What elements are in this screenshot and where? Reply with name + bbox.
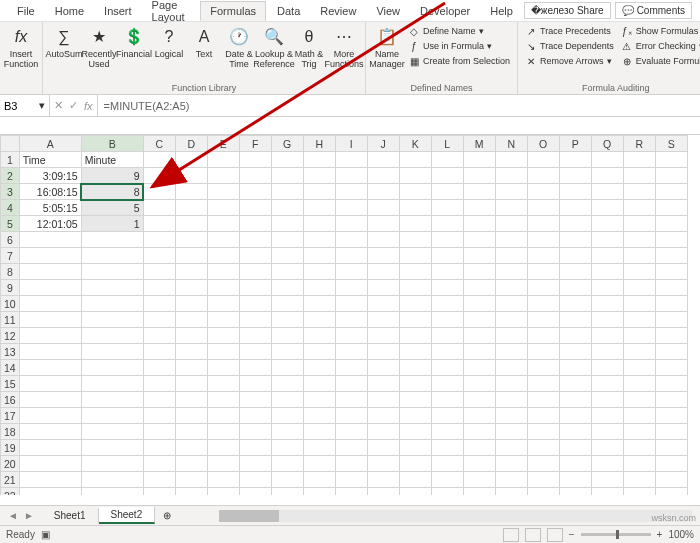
cell-H20[interactable] (303, 456, 335, 472)
cell-M14[interactable] (463, 360, 495, 376)
cell-A3[interactable]: 16:08:15 (19, 184, 81, 200)
cell-R9[interactable] (623, 280, 655, 296)
cell-A1[interactable]: Time (19, 152, 81, 168)
cell-R22[interactable] (623, 488, 655, 496)
cell-A9[interactable] (19, 280, 81, 296)
cell-S22[interactable] (655, 488, 687, 496)
cell-I8[interactable] (335, 264, 367, 280)
cell-H16[interactable] (303, 392, 335, 408)
cell-K13[interactable] (399, 344, 431, 360)
cell-Q7[interactable] (591, 248, 623, 264)
cell-K4[interactable] (399, 200, 431, 216)
cell-S8[interactable] (655, 264, 687, 280)
cell-E4[interactable] (207, 200, 239, 216)
cell-K20[interactable] (399, 456, 431, 472)
cell-O10[interactable] (527, 296, 559, 312)
cell-J22[interactable] (367, 488, 399, 496)
cell-H7[interactable] (303, 248, 335, 264)
cell-F20[interactable] (239, 456, 271, 472)
cell-H11[interactable] (303, 312, 335, 328)
cell-S9[interactable] (655, 280, 687, 296)
row-header-18[interactable]: 18 (1, 424, 20, 440)
cell-G9[interactable] (271, 280, 303, 296)
cell-G18[interactable] (271, 424, 303, 440)
cell-D21[interactable] (175, 472, 207, 488)
cell-I13[interactable] (335, 344, 367, 360)
cell-K11[interactable] (399, 312, 431, 328)
cell-D18[interactable] (175, 424, 207, 440)
insert-function-button[interactable]: fxInsert Function (4, 24, 38, 72)
cell-J2[interactable] (367, 168, 399, 184)
cell-E11[interactable] (207, 312, 239, 328)
cell-S1[interactable] (655, 152, 687, 168)
cell-L18[interactable] (431, 424, 463, 440)
cell-A10[interactable] (19, 296, 81, 312)
cell-G10[interactable] (271, 296, 303, 312)
column-header-C[interactable]: C (143, 136, 175, 152)
show-formulas-button[interactable]: ƒₓShow Formulas (618, 24, 700, 38)
cell-J12[interactable] (367, 328, 399, 344)
cell-P5[interactable] (559, 216, 591, 232)
share-button[interactable]: �железоShare (524, 2, 611, 19)
cell-J4[interactable] (367, 200, 399, 216)
cell-H17[interactable] (303, 408, 335, 424)
cell-D13[interactable] (175, 344, 207, 360)
cell-O20[interactable] (527, 456, 559, 472)
cell-P2[interactable] (559, 168, 591, 184)
row-header-17[interactable]: 17 (1, 408, 20, 424)
cell-M3[interactable] (463, 184, 495, 200)
cell-A8[interactable] (19, 264, 81, 280)
cell-L1[interactable] (431, 152, 463, 168)
cell-I1[interactable] (335, 152, 367, 168)
cell-M18[interactable] (463, 424, 495, 440)
cell-E15[interactable] (207, 376, 239, 392)
cell-C21[interactable] (143, 472, 175, 488)
cell-R10[interactable] (623, 296, 655, 312)
row-header-1[interactable]: 1 (1, 152, 20, 168)
cell-N8[interactable] (495, 264, 527, 280)
cell-N9[interactable] (495, 280, 527, 296)
cell-S4[interactable] (655, 200, 687, 216)
cell-C19[interactable] (143, 440, 175, 456)
sheet-tab-sheet2[interactable]: Sheet2 (99, 507, 156, 524)
cell-Q19[interactable] (591, 440, 623, 456)
column-header-E[interactable]: E (207, 136, 239, 152)
cell-I5[interactable] (335, 216, 367, 232)
cell-B14[interactable] (81, 360, 143, 376)
tab-review[interactable]: Review (311, 2, 365, 20)
cell-F14[interactable] (239, 360, 271, 376)
row-header-10[interactable]: 10 (1, 296, 20, 312)
cell-P20[interactable] (559, 456, 591, 472)
cell-C14[interactable] (143, 360, 175, 376)
cell-M9[interactable] (463, 280, 495, 296)
cell-G16[interactable] (271, 392, 303, 408)
cell-P11[interactable] (559, 312, 591, 328)
sheet-nav[interactable]: ◄► (0, 510, 42, 521)
cell-F6[interactable] (239, 232, 271, 248)
cell-D1[interactable] (175, 152, 207, 168)
cell-G2[interactable] (271, 168, 303, 184)
cell-J16[interactable] (367, 392, 399, 408)
cell-O19[interactable] (527, 440, 559, 456)
cell-C16[interactable] (143, 392, 175, 408)
math-button[interactable]: θMath & Trig (292, 24, 326, 72)
cell-S13[interactable] (655, 344, 687, 360)
cell-E21[interactable] (207, 472, 239, 488)
cell-M13[interactable] (463, 344, 495, 360)
use-in-formula-button[interactable]: ƒUse in Formula ▾ (405, 39, 513, 53)
cell-O6[interactable] (527, 232, 559, 248)
cell-A16[interactable] (19, 392, 81, 408)
cell-Q3[interactable] (591, 184, 623, 200)
cell-F3[interactable] (239, 184, 271, 200)
cell-C12[interactable] (143, 328, 175, 344)
cell-G1[interactable] (271, 152, 303, 168)
cell-H2[interactable] (303, 168, 335, 184)
lookup-button[interactable]: 🔍Lookup & Reference (257, 24, 291, 72)
cell-S20[interactable] (655, 456, 687, 472)
cell-N19[interactable] (495, 440, 527, 456)
cell-L3[interactable] (431, 184, 463, 200)
cell-G12[interactable] (271, 328, 303, 344)
cell-D5[interactable] (175, 216, 207, 232)
cell-F21[interactable] (239, 472, 271, 488)
cell-L10[interactable] (431, 296, 463, 312)
